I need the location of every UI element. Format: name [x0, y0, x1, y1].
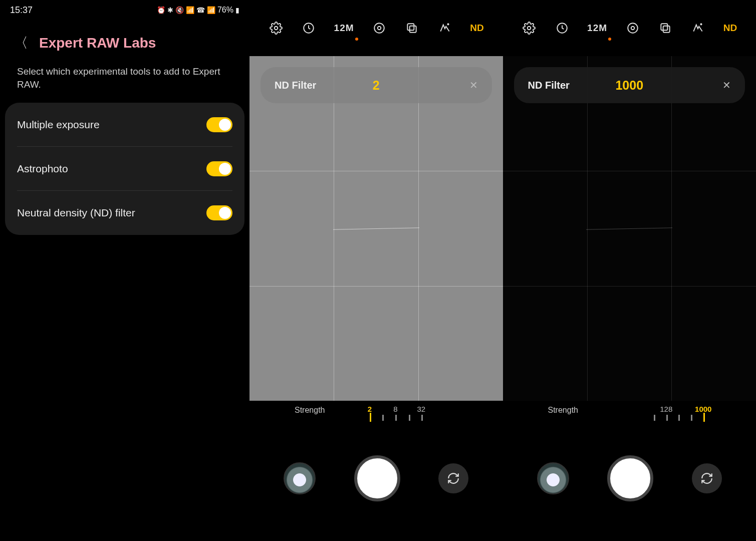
close-icon[interactable]: ✕: [469, 79, 478, 91]
multi-exposure-icon[interactable]: [404, 21, 419, 36]
svg-point-10: [631, 27, 634, 30]
svg-point-3: [378, 27, 381, 30]
option-label: Neutral density (ND) filter: [17, 207, 135, 219]
status-icons: ⏰ ✱ 🔇 📶 ☎ 📶 76% ▮: [157, 6, 239, 15]
resolution-button[interactable]: 12M: [587, 23, 607, 34]
gallery-thumbnail[interactable]: [284, 462, 316, 494]
labs-description: Select which experimental tools to add t…: [0, 60, 249, 103]
tick-mark: [678, 415, 680, 421]
status-bar: 15:37 ⏰ ✱ 🔇 📶 ☎ 📶 76% ▮: [0, 0, 249, 20]
strength-label: Strength: [548, 406, 578, 415]
grid-line: [587, 56, 588, 401]
tick-mark: [421, 415, 423, 421]
grid-line: [503, 286, 757, 287]
strength-slider[interactable]: Strength 128 1000: [503, 401, 757, 431]
grid-line: [671, 56, 672, 401]
svg-point-0: [274, 27, 278, 30]
shutter-row: [503, 431, 757, 541]
resolution-label: 12M: [334, 23, 354, 33]
toggle-switch[interactable]: [206, 205, 232, 220]
option-label: Multiple exposure: [17, 119, 100, 131]
option-label: Astrophoto: [17, 163, 68, 175]
bluetooth-icon: ✱: [167, 6, 173, 14]
settings-icon[interactable]: [269, 21, 284, 36]
tick-label: 8: [393, 405, 397, 413]
strength-ticks: 2 8 32: [370, 405, 473, 425]
viewfinder[interactable]: ND Filter 1000 ✕: [503, 56, 757, 401]
viewfinder[interactable]: ND Filter 2 ✕: [249, 56, 503, 401]
grid-line: [334, 56, 334, 401]
camera-screen-nd1000: 12M ND ND Filter 1000 ✕ Strength: [503, 0, 757, 541]
format-icon[interactable]: [625, 21, 640, 36]
nd-button[interactable]: ND: [723, 23, 737, 34]
astrophoto-icon[interactable]: [690, 21, 705, 36]
switch-camera-button[interactable]: [692, 463, 722, 493]
labs-header: 〈 Expert RAW Labs: [0, 20, 249, 60]
tick-mark: [370, 413, 371, 422]
tick-mark: [666, 415, 668, 421]
strength-slider[interactable]: Strength 2 8 32: [249, 401, 503, 431]
wifi-icon: 📶: [186, 6, 194, 14]
toggle-switch[interactable]: [206, 117, 232, 132]
camera-controls: Strength 128 1000: [503, 401, 757, 541]
nd-filter-banner: ND Filter 1000 ✕: [514, 67, 745, 103]
strength-ticks: 128 1000: [623, 405, 726, 425]
svg-point-9: [628, 23, 638, 33]
tick-label: 1000: [695, 405, 711, 413]
tick-mark: [703, 413, 705, 422]
option-astrophoto[interactable]: Astrophoto: [17, 147, 232, 191]
settings-icon[interactable]: [522, 21, 537, 36]
horizon-indicator: [586, 227, 672, 230]
switch-camera-button[interactable]: [438, 463, 468, 493]
tick-mark: [382, 415, 384, 421]
resolution-label: 12M: [587, 23, 607, 33]
resolution-button[interactable]: 12M: [334, 23, 354, 34]
tick-label: 128: [660, 405, 672, 413]
shutter-button[interactable]: [607, 455, 653, 501]
nd-banner-value: 2: [373, 78, 380, 93]
camera-controls: Strength 2 8 32: [249, 401, 503, 541]
battery-icon: ▮: [235, 6, 239, 14]
shutter-row: [249, 431, 503, 541]
nd-button[interactable]: ND: [470, 23, 483, 34]
astrophoto-icon[interactable]: [437, 21, 452, 36]
svg-point-2: [374, 23, 384, 33]
camera-topbar: 12M ND: [503, 0, 757, 56]
option-multiple-exposure[interactable]: Multiple exposure: [17, 103, 232, 147]
multi-exposure-icon[interactable]: [658, 21, 673, 36]
back-button[interactable]: 〈: [14, 36, 28, 50]
nd-filter-banner: ND Filter 2 ✕: [261, 67, 492, 103]
grid-line: [249, 171, 503, 171]
volte-icon: ☎: [196, 6, 205, 14]
timer-icon[interactable]: [555, 21, 570, 36]
strength-label: Strength: [295, 406, 325, 415]
grid-line: [249, 286, 503, 287]
nd-banner-label: ND Filter: [528, 80, 570, 91]
grid-line: [503, 171, 757, 171]
svg-point-13: [701, 24, 702, 25]
tick-label: 32: [417, 405, 425, 413]
option-nd-filter[interactable]: Neutral density (ND) filter: [17, 191, 232, 235]
mute-icon: 🔇: [175, 6, 184, 14]
page-title: Expert RAW Labs: [39, 35, 156, 51]
format-icon[interactable]: [372, 21, 387, 36]
close-icon[interactable]: ✕: [722, 79, 731, 91]
svg-rect-11: [661, 24, 667, 30]
svg-point-7: [528, 27, 531, 30]
horizon-indicator: [333, 227, 419, 230]
gallery-thumbnail[interactable]: [537, 462, 569, 494]
tick-mark: [409, 415, 410, 421]
toggle-switch[interactable]: [206, 161, 232, 176]
grid-line: [418, 56, 419, 401]
shutter-button[interactable]: [354, 455, 400, 501]
alarm-icon: ⏰: [157, 6, 165, 14]
svg-rect-5: [410, 26, 416, 33]
labs-options-card: Multiple exposure Astrophoto Neutral den…: [5, 103, 244, 235]
tick-label: 2: [368, 405, 372, 413]
svg-rect-4: [408, 24, 414, 30]
signal-icon: 📶: [207, 6, 215, 14]
notification-dot: [608, 38, 611, 41]
tick-mark: [691, 415, 692, 421]
timer-icon[interactable]: [301, 21, 316, 36]
nd-banner-label: ND Filter: [275, 80, 316, 91]
